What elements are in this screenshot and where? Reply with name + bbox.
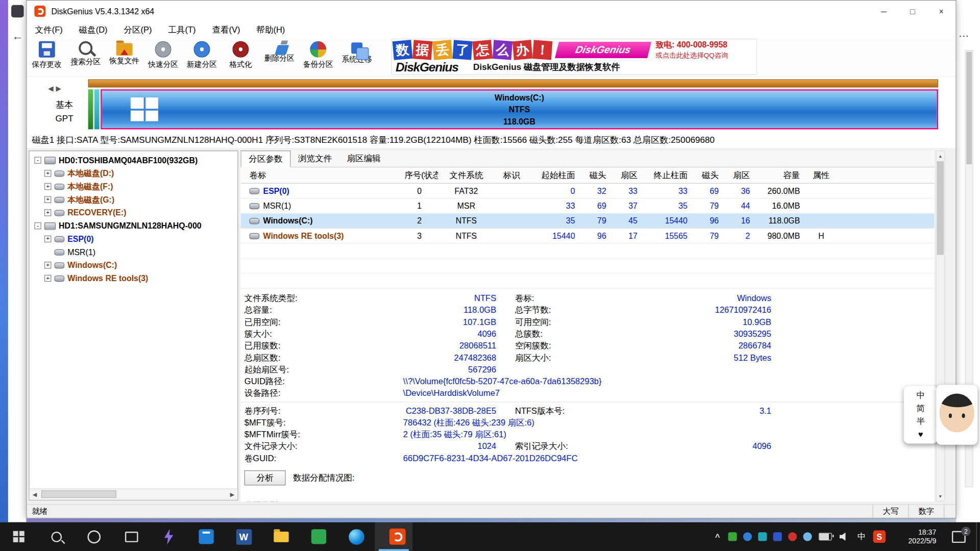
- tree-item-hd0[interactable]: - HD0:TOSHIBAMQ04ABF100(932GB): [30, 154, 238, 167]
- search-partition-button[interactable]: 搜索分区: [67, 39, 104, 76]
- tray-icon-navy[interactable]: [773, 532, 782, 541]
- tray-icon-red[interactable]: [788, 532, 797, 541]
- backup-partition-button[interactable]: 备份分区: [300, 39, 337, 76]
- quick-partition-button[interactable]: 快速分区: [144, 39, 182, 76]
- ime-mode-chinese[interactable]: 中: [916, 389, 925, 401]
- pinned-app-store[interactable]: [187, 522, 225, 551]
- toolbar-label: 快速分区: [148, 59, 178, 70]
- taskbar-clock[interactable]: 18:37 2022/5/9: [889, 528, 941, 545]
- tab-partition-params[interactable]: 分区参数: [240, 151, 290, 167]
- menu-view[interactable]: 查看(V): [204, 22, 248, 38]
- pinned-app-lightning[interactable]: [150, 522, 187, 551]
- tree-item-local-d[interactable]: + 本地磁盘(D:): [30, 167, 238, 180]
- format-button[interactable]: 格式化: [222, 39, 259, 76]
- file-explorer-button[interactable]: [262, 522, 300, 551]
- analyze-button[interactable]: 分析: [244, 470, 286, 485]
- start-button[interactable]: [0, 522, 37, 551]
- ime-status-panel[interactable]: 中 简 半 ♥: [904, 386, 938, 444]
- more-icon[interactable]: ⋯: [959, 30, 969, 42]
- tree-item-local-f[interactable]: + 本地磁盘(F:): [30, 180, 238, 193]
- tree-item-windows-c[interactable]: + Windows(C:): [30, 259, 238, 272]
- table-row-msr[interactable]: MSR(1) 1 MSR 33 69 37 35 79 44 16.0MB: [240, 198, 934, 213]
- scroll-right-icon[interactable]: ▶: [227, 491, 237, 497]
- tray-icon-teal[interactable]: [758, 532, 767, 541]
- tree-item-recovery-e[interactable]: + RECOVERY(E:): [30, 206, 238, 219]
- detail-value: Windows: [643, 294, 771, 303]
- partition-msr[interactable]: [94, 89, 100, 129]
- minimize-button[interactable]: ─: [869, 1, 898, 22]
- heart-icon[interactable]: ♥: [918, 429, 923, 440]
- recover-files-button[interactable]: 恢复文件: [106, 39, 143, 76]
- expand-icon[interactable]: +: [44, 262, 51, 268]
- save-changes-button[interactable]: 保存更改: [28, 39, 65, 76]
- scrollbar-thumb[interactable]: [966, 52, 972, 164]
- volume-icon[interactable]: [839, 532, 849, 541]
- tree-item-windows-re[interactable]: + Windows RE tools(3): [30, 272, 238, 285]
- disk-nav-arrows[interactable]: ◀▶: [48, 84, 64, 92]
- scrollbar-thumb[interactable]: [937, 161, 944, 255]
- pinned-app-green[interactable]: [300, 522, 337, 551]
- tray-icon-snowflake[interactable]: [803, 532, 812, 541]
- tree-item-esp[interactable]: + ESP(0): [30, 233, 238, 246]
- menu-tools[interactable]: 工具(T): [160, 22, 204, 38]
- menu-partition[interactable]: 分区(P): [116, 22, 160, 38]
- tray-expand-icon[interactable]: ^: [710, 532, 725, 541]
- ime-indicator[interactable]: 中: [857, 531, 866, 542]
- expand-icon[interactable]: +: [44, 170, 51, 177]
- ad-banner[interactable]: 数 据 丢 了 怎 么 办 ！ DiskGenius 致电: 400-008-9…: [391, 39, 757, 75]
- task-view-button[interactable]: [112, 522, 150, 551]
- ime-mode-simplified[interactable]: 简: [916, 403, 925, 414]
- scroll-up-icon[interactable]: ▲: [936, 151, 944, 160]
- prev-disk-icon[interactable]: ◀: [48, 84, 56, 92]
- next-disk-icon[interactable]: ▶: [56, 84, 64, 92]
- pinned-app-word[interactable]: W: [225, 522, 262, 551]
- tree-item-hd1[interactable]: - HD1:SAMSUNGMZNLN128HAHQ-000: [30, 219, 238, 233]
- table-row-windows-re[interactable]: Windows RE tools(3) 3 NTFS 15440 96 17 1…: [240, 229, 934, 243]
- scroll-track[interactable]: [40, 489, 227, 500]
- table-row-windows-c-selected[interactable]: Windows(C:) 2 NTFS 35 79 45 15440 96 16 …: [240, 214, 934, 229]
- edge-button[interactable]: [337, 522, 375, 551]
- back-arrow-icon[interactable]: ←: [12, 30, 23, 43]
- close-button[interactable]: ×: [927, 1, 955, 22]
- table-row-esp[interactable]: ESP(0) 0 FAT32 0 32 33 33 69 36 260.0MB: [240, 184, 934, 198]
- panel-vertical-scrollbar[interactable]: ▲ ▼: [936, 151, 945, 502]
- collapse-icon[interactable]: -: [34, 222, 41, 229]
- partition-windows-c[interactable]: Windows(C:) NTFS 118.0GB: [101, 89, 938, 129]
- taskbar-search-button[interactable]: [37, 522, 75, 551]
- tree-item-msr[interactable]: MSR(1): [30, 245, 238, 259]
- ime-sticker[interactable]: [936, 385, 977, 445]
- delete-partition-button[interactable]: 删除分区: [261, 39, 298, 76]
- maximize-button[interactable]: □: [898, 1, 927, 22]
- partition-esp[interactable]: [88, 89, 93, 129]
- detail-tabs: 分区参数 浏览文件 扇区编辑: [240, 151, 934, 167]
- tab-browse-files[interactable]: 浏览文件: [290, 151, 339, 167]
- tab-sector-edit[interactable]: 扇区编辑: [339, 151, 388, 167]
- new-partition-button[interactable]: 新建分区: [183, 39, 220, 76]
- action-center-button[interactable]: 2: [941, 522, 976, 551]
- collapse-icon[interactable]: -: [34, 157, 41, 163]
- menu-file[interactable]: 文件(F): [27, 22, 71, 38]
- ime-mode-halfwidth[interactable]: 半: [916, 415, 925, 427]
- tree-horizontal-scrollbar[interactable]: ◀ ▶: [30, 489, 238, 500]
- menu-help[interactable]: 帮助(H): [248, 22, 293, 38]
- battery-icon[interactable]: [819, 533, 832, 540]
- tray-icon-blue[interactable]: [743, 532, 752, 541]
- expand-icon[interactable]: +: [44, 196, 51, 203]
- expand-icon[interactable]: +: [44, 275, 51, 282]
- expand-icon[interactable]: +: [44, 236, 51, 242]
- cortana-button[interactable]: [75, 522, 112, 551]
- scrollbar-thumb[interactable]: [41, 490, 116, 498]
- sogou-input-icon[interactable]: S: [873, 531, 886, 543]
- expand-icon[interactable]: +: [44, 183, 51, 190]
- scroll-down-icon[interactable]: ▼: [936, 492, 944, 501]
- show-desktop-button[interactable]: [976, 522, 980, 551]
- tree-item-local-g[interactable]: + 本地磁盘(G:): [30, 193, 238, 206]
- expand-icon[interactable]: +: [44, 209, 51, 216]
- diskgenius-taskbar-button[interactable]: [375, 522, 412, 551]
- system-migrate-button[interactable]: 系统迁移: [338, 39, 375, 76]
- ad-qq-link[interactable]: 或点击此处选择QQ咨询: [655, 51, 728, 60]
- scroll-left-icon[interactable]: ◀: [30, 491, 40, 497]
- menu-disk[interactable]: 磁盘(D): [71, 22, 116, 38]
- tray-icon-green-shield[interactable]: [728, 532, 737, 541]
- resize-grip[interactable]: [944, 505, 955, 518]
